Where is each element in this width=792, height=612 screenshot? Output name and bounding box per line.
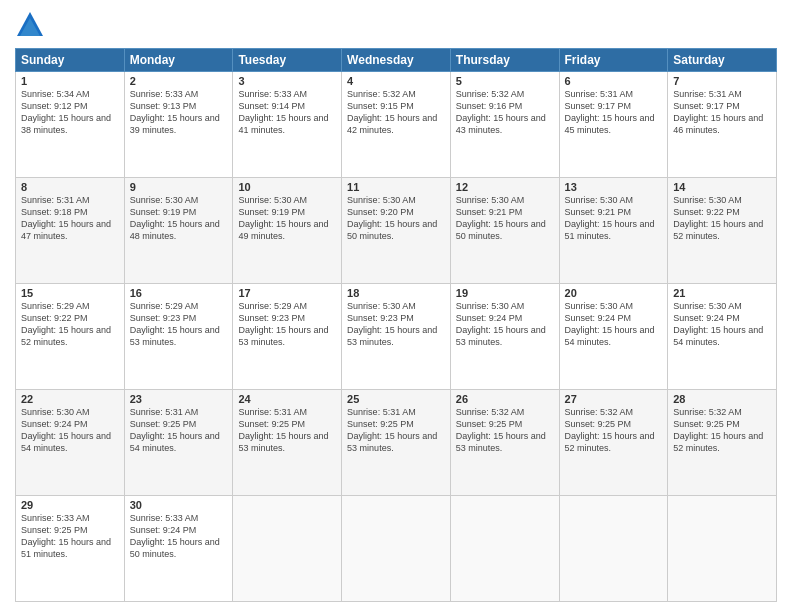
day-number: 27 [565, 393, 663, 405]
day-info: Sunrise: 5:32 AM Sunset: 9:16 PM Dayligh… [456, 88, 554, 137]
day-info: Sunrise: 5:34 AM Sunset: 9:12 PM Dayligh… [21, 88, 119, 137]
day-cell: 25 Sunrise: 5:31 AM Sunset: 9:25 PM Dayl… [342, 390, 451, 496]
day-cell: 21 Sunrise: 5:30 AM Sunset: 9:24 PM Dayl… [668, 284, 777, 390]
day-info: Sunrise: 5:33 AM Sunset: 9:24 PM Dayligh… [130, 512, 228, 561]
day-number: 13 [565, 181, 663, 193]
day-number: 10 [238, 181, 336, 193]
day-cell: 16 Sunrise: 5:29 AM Sunset: 9:23 PM Dayl… [124, 284, 233, 390]
day-cell: 23 Sunrise: 5:31 AM Sunset: 9:25 PM Dayl… [124, 390, 233, 496]
week-row-1: 1 Sunrise: 5:34 AM Sunset: 9:12 PM Dayli… [16, 72, 777, 178]
day-number: 11 [347, 181, 445, 193]
day-number: 9 [130, 181, 228, 193]
day-info: Sunrise: 5:30 AM Sunset: 9:24 PM Dayligh… [21, 406, 119, 455]
day-info: Sunrise: 5:30 AM Sunset: 9:22 PM Dayligh… [673, 194, 771, 243]
day-number: 19 [456, 287, 554, 299]
day-cell: 18 Sunrise: 5:30 AM Sunset: 9:23 PM Dayl… [342, 284, 451, 390]
day-cell: 10 Sunrise: 5:30 AM Sunset: 9:19 PM Dayl… [233, 178, 342, 284]
header [15, 10, 777, 40]
day-number: 6 [565, 75, 663, 87]
day-info: Sunrise: 5:31 AM Sunset: 9:17 PM Dayligh… [565, 88, 663, 137]
day-cell: 30 Sunrise: 5:33 AM Sunset: 9:24 PM Dayl… [124, 496, 233, 602]
day-info: Sunrise: 5:30 AM Sunset: 9:24 PM Dayligh… [673, 300, 771, 349]
day-info: Sunrise: 5:30 AM Sunset: 9:19 PM Dayligh… [130, 194, 228, 243]
day-cell: 26 Sunrise: 5:32 AM Sunset: 9:25 PM Dayl… [450, 390, 559, 496]
day-cell: 29 Sunrise: 5:33 AM Sunset: 9:25 PM Dayl… [16, 496, 125, 602]
day-number: 3 [238, 75, 336, 87]
day-cell: 15 Sunrise: 5:29 AM Sunset: 9:22 PM Dayl… [16, 284, 125, 390]
day-header-wednesday: Wednesday [342, 49, 451, 72]
day-cell: 1 Sunrise: 5:34 AM Sunset: 9:12 PM Dayli… [16, 72, 125, 178]
calendar-table: SundayMondayTuesdayWednesdayThursdayFrid… [15, 48, 777, 602]
day-header-tuesday: Tuesday [233, 49, 342, 72]
day-number: 5 [456, 75, 554, 87]
day-cell [559, 496, 668, 602]
day-cell: 27 Sunrise: 5:32 AM Sunset: 9:25 PM Dayl… [559, 390, 668, 496]
header-row: SundayMondayTuesdayWednesdayThursdayFrid… [16, 49, 777, 72]
day-cell: 9 Sunrise: 5:30 AM Sunset: 9:19 PM Dayli… [124, 178, 233, 284]
day-number: 24 [238, 393, 336, 405]
day-number: 4 [347, 75, 445, 87]
day-number: 1 [21, 75, 119, 87]
day-number: 12 [456, 181, 554, 193]
day-info: Sunrise: 5:31 AM Sunset: 9:25 PM Dayligh… [130, 406, 228, 455]
day-number: 21 [673, 287, 771, 299]
day-number: 16 [130, 287, 228, 299]
day-cell: 2 Sunrise: 5:33 AM Sunset: 9:13 PM Dayli… [124, 72, 233, 178]
day-number: 29 [21, 499, 119, 511]
calendar-header: SundayMondayTuesdayWednesdayThursdayFrid… [16, 49, 777, 72]
day-cell: 22 Sunrise: 5:30 AM Sunset: 9:24 PM Dayl… [16, 390, 125, 496]
day-info: Sunrise: 5:33 AM Sunset: 9:13 PM Dayligh… [130, 88, 228, 137]
day-cell: 19 Sunrise: 5:30 AM Sunset: 9:24 PM Dayl… [450, 284, 559, 390]
day-cell: 12 Sunrise: 5:30 AM Sunset: 9:21 PM Dayl… [450, 178, 559, 284]
day-info: Sunrise: 5:33 AM Sunset: 9:25 PM Dayligh… [21, 512, 119, 561]
day-number: 28 [673, 393, 771, 405]
day-info: Sunrise: 5:30 AM Sunset: 9:24 PM Dayligh… [565, 300, 663, 349]
week-row-3: 15 Sunrise: 5:29 AM Sunset: 9:22 PM Dayl… [16, 284, 777, 390]
day-info: Sunrise: 5:32 AM Sunset: 9:15 PM Dayligh… [347, 88, 445, 137]
day-info: Sunrise: 5:31 AM Sunset: 9:25 PM Dayligh… [238, 406, 336, 455]
day-cell: 5 Sunrise: 5:32 AM Sunset: 9:16 PM Dayli… [450, 72, 559, 178]
day-cell: 14 Sunrise: 5:30 AM Sunset: 9:22 PM Dayl… [668, 178, 777, 284]
day-info: Sunrise: 5:33 AM Sunset: 9:14 PM Dayligh… [238, 88, 336, 137]
day-number: 14 [673, 181, 771, 193]
calendar-body: 1 Sunrise: 5:34 AM Sunset: 9:12 PM Dayli… [16, 72, 777, 602]
day-cell: 20 Sunrise: 5:30 AM Sunset: 9:24 PM Dayl… [559, 284, 668, 390]
day-info: Sunrise: 5:32 AM Sunset: 9:25 PM Dayligh… [456, 406, 554, 455]
day-cell [342, 496, 451, 602]
day-cell: 7 Sunrise: 5:31 AM Sunset: 9:17 PM Dayli… [668, 72, 777, 178]
day-cell: 11 Sunrise: 5:30 AM Sunset: 9:20 PM Dayl… [342, 178, 451, 284]
day-number: 17 [238, 287, 336, 299]
day-info: Sunrise: 5:30 AM Sunset: 9:21 PM Dayligh… [565, 194, 663, 243]
logo [15, 10, 49, 40]
day-cell: 17 Sunrise: 5:29 AM Sunset: 9:23 PM Dayl… [233, 284, 342, 390]
day-info: Sunrise: 5:30 AM Sunset: 9:21 PM Dayligh… [456, 194, 554, 243]
day-number: 15 [21, 287, 119, 299]
day-header-friday: Friday [559, 49, 668, 72]
day-info: Sunrise: 5:31 AM Sunset: 9:18 PM Dayligh… [21, 194, 119, 243]
day-cell: 8 Sunrise: 5:31 AM Sunset: 9:18 PM Dayli… [16, 178, 125, 284]
day-number: 18 [347, 287, 445, 299]
week-row-4: 22 Sunrise: 5:30 AM Sunset: 9:24 PM Dayl… [16, 390, 777, 496]
day-number: 22 [21, 393, 119, 405]
day-number: 7 [673, 75, 771, 87]
day-info: Sunrise: 5:32 AM Sunset: 9:25 PM Dayligh… [673, 406, 771, 455]
page: SundayMondayTuesdayWednesdayThursdayFrid… [0, 0, 792, 612]
day-number: 8 [21, 181, 119, 193]
week-row-5: 29 Sunrise: 5:33 AM Sunset: 9:25 PM Dayl… [16, 496, 777, 602]
day-header-monday: Monday [124, 49, 233, 72]
day-cell: 28 Sunrise: 5:32 AM Sunset: 9:25 PM Dayl… [668, 390, 777, 496]
day-info: Sunrise: 5:30 AM Sunset: 9:19 PM Dayligh… [238, 194, 336, 243]
day-header-thursday: Thursday [450, 49, 559, 72]
week-row-2: 8 Sunrise: 5:31 AM Sunset: 9:18 PM Dayli… [16, 178, 777, 284]
day-cell [450, 496, 559, 602]
day-number: 2 [130, 75, 228, 87]
day-info: Sunrise: 5:29 AM Sunset: 9:23 PM Dayligh… [130, 300, 228, 349]
day-number: 20 [565, 287, 663, 299]
day-info: Sunrise: 5:31 AM Sunset: 9:17 PM Dayligh… [673, 88, 771, 137]
day-cell [668, 496, 777, 602]
day-header-saturday: Saturday [668, 49, 777, 72]
day-info: Sunrise: 5:30 AM Sunset: 9:20 PM Dayligh… [347, 194, 445, 243]
day-number: 30 [130, 499, 228, 511]
day-info: Sunrise: 5:30 AM Sunset: 9:24 PM Dayligh… [456, 300, 554, 349]
day-cell: 4 Sunrise: 5:32 AM Sunset: 9:15 PM Dayli… [342, 72, 451, 178]
